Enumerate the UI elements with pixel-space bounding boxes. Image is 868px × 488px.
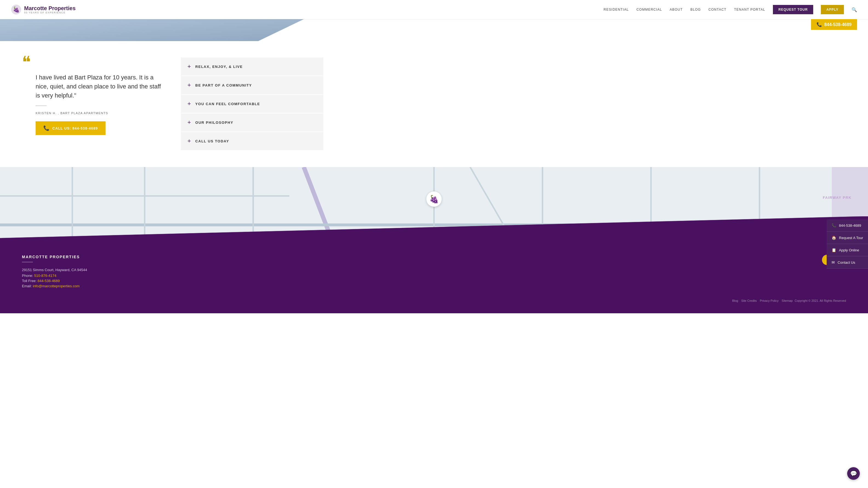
call-button-label: CALL US: 844-538-4689: [52, 126, 98, 130]
footer-site-credits-link[interactable]: Site Credits: [741, 299, 757, 302]
footer-bottom: Blog Site Credits Privacy Policy Sitemap…: [22, 299, 846, 302]
footer-divider: [22, 262, 33, 262]
footer: MARCOTTE PROPERTIES 29151 Simms Court, H…: [0, 238, 868, 313]
nav-contact[interactable]: CONTACT: [709, 8, 726, 11]
sidebar-tour-label: Request A Tour: [839, 236, 863, 240]
email-link[interactable]: info@marcotteproperties.com: [33, 284, 80, 288]
sidebar-tour-icon: 🏠: [832, 235, 836, 240]
phone-link[interactable]: 510-876-4174: [34, 273, 57, 278]
sidebar-apply-online[interactable]: 📋 Apply Online: [827, 244, 868, 256]
sidebar-float: 📞 844-538-4689 🏠 Request A Tour 📋 Apply …: [827, 219, 868, 269]
testimonial-author: KRISTEN H. , BART PLAZA APARTMENTS: [36, 111, 164, 115]
sidebar-contact-label: Contact Us: [838, 260, 855, 264]
author-name: KRISTEN H.: [36, 111, 57, 115]
accordion-label-4: OUR PHILOSOPHY: [195, 121, 234, 125]
main-nav: RESIDENTIAL COMMERCIAL ABOUT BLOG CONTAC…: [603, 5, 857, 14]
main-content: ❝ I have lived at Bart Plaza for 10 year…: [0, 41, 868, 167]
footer-blog-link[interactable]: Blog: [732, 299, 738, 302]
sidebar-apply-icon: 📋: [832, 248, 836, 252]
phone-badge-icon: 📞: [816, 22, 822, 27]
accordion-label-2: BE PART OF A COMMUNITY: [195, 83, 252, 87]
map-footer-transition: [0, 216, 868, 238]
footer-phone-line: Phone: 510-876-4174: [22, 273, 846, 278]
footer-privacy-link[interactable]: Privacy Policy: [760, 299, 778, 302]
sidebar-phone-label: 844-538-4689: [839, 224, 861, 228]
phone-badge-number: 844-538-4689: [824, 22, 851, 27]
accordion-item-1[interactable]: + RELAX, ENJOY, & LIVE: [181, 58, 323, 76]
phone-label: Phone:: [22, 273, 33, 278]
logo-title: Marcotte Properties: [24, 5, 75, 11]
footer-email-line: Email: info@marcotteproperties.com: [22, 284, 846, 288]
email-label: Email:: [22, 284, 32, 288]
accordion-plus-icon-5: +: [187, 137, 191, 144]
nav-about[interactable]: ABOUT: [670, 8, 683, 11]
map-marker: 🍇: [426, 191, 442, 207]
toll-free-link[interactable]: 844-538-4689: [37, 279, 60, 283]
svg-text:🍇: 🍇: [13, 6, 20, 13]
testimonial-divider: [36, 105, 46, 106]
accordion-plus-icon-4: +: [187, 119, 191, 126]
accordion-label-1: RELAX, ENJOY, & LIVE: [195, 65, 243, 69]
accordion-plus-icon-1: +: [187, 63, 191, 70]
footer-sitemap-link[interactable]: Sitemap: [782, 299, 793, 302]
call-button-icon: 📞: [43, 125, 50, 131]
accordion-label-5: CALL US TODAY: [195, 139, 229, 143]
nav-residential[interactable]: RESIDENTIAL: [603, 8, 629, 11]
call-button[interactable]: 📞 CALL US: 844-538-4689: [36, 121, 105, 135]
map-section: 🍇 FAIRWAY PRK: [0, 167, 868, 238]
footer-company-name: MARCOTTE PROPERTIES: [22, 255, 846, 259]
sidebar-request-tour[interactable]: 🏠 Request A Tour: [827, 232, 868, 244]
hero-image-strip: [0, 19, 304, 41]
sidebar-contact-us[interactable]: ✉ Contact Us: [827, 256, 868, 269]
accordion-item-5[interactable]: + CALL US TODAY: [181, 132, 323, 151]
apply-button[interactable]: APPLY: [821, 5, 844, 14]
phone-badge[interactable]: 📞 844-538-4689: [811, 19, 857, 30]
sidebar-phone[interactable]: 📞 844-538-4689: [827, 219, 868, 232]
search-icon[interactable]: 🔍: [851, 7, 857, 12]
footer-copyright: Copyright © 2021. All Rights Reserved: [795, 299, 846, 302]
request-tour-button[interactable]: REQUEST TOUR: [773, 5, 813, 14]
accordion-item-3[interactable]: + YOU CAN FEEL COMFORTABLE: [181, 95, 323, 113]
map-fairway-label: FAIRWAY PRK: [823, 196, 851, 200]
accordion-label-3: YOU CAN FEEL COMFORTABLE: [195, 102, 260, 106]
nav-tenant-portal[interactable]: TENANT PORTAL: [734, 8, 765, 11]
logo-icon: 🍇: [11, 4, 21, 15]
accordion-plus-icon-3: +: [187, 100, 191, 107]
accordion-item-4[interactable]: + OUR PHILOSOPHY: [181, 113, 323, 132]
footer-address: 29151 Simms Court, Hayward, CA 94544: [22, 268, 846, 272]
footer-toll-free-line: Toll Free: 844-538-4689: [22, 279, 846, 283]
toll-free-label: Toll Free:: [22, 279, 36, 283]
nav-commercial[interactable]: COMMERCIAL: [637, 8, 662, 11]
logo[interactable]: 🍇 Marcotte Properties 50 Years of Experi…: [11, 4, 75, 15]
accordion-plus-icon-2: +: [187, 82, 191, 89]
accordion-section: + RELAX, ENJOY, & LIVE + BE PART OF A CO…: [181, 58, 323, 151]
logo-subtitle: 50 Years of Experience: [24, 11, 75, 14]
nav-blog[interactable]: BLOG: [690, 8, 701, 11]
sidebar-apply-label: Apply Online: [839, 248, 859, 252]
sidebar-contact-icon: ✉: [832, 260, 835, 264]
testimonial-section: ❝ I have lived at Bart Plaza for 10 year…: [22, 58, 164, 135]
accordion-item-2[interactable]: + BE PART OF A COMMUNITY: [181, 76, 323, 95]
header: 🍇 Marcotte Properties 50 Years of Experi…: [0, 0, 868, 19]
map-background: 🍇 FAIRWAY PRK: [0, 167, 868, 238]
testimonial-text: I have lived at Bart Plaza for 10 years.…: [36, 73, 164, 100]
author-property: BART PLAZA APARTMENTS: [60, 111, 108, 115]
quote-mark: ❝: [22, 58, 164, 67]
sidebar-phone-icon: 📞: [832, 223, 836, 228]
